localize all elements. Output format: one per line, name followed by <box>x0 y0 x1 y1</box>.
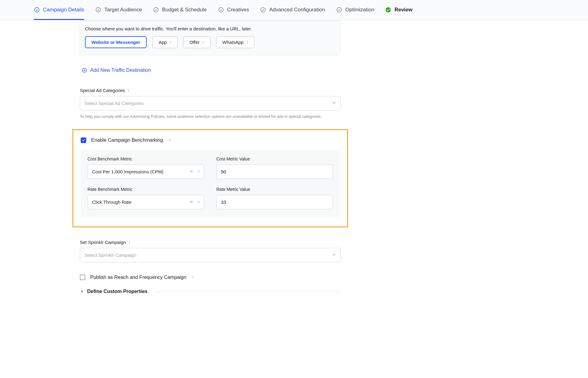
label-text: Special Ad Categories <box>80 88 125 93</box>
chevron-down-icon[interactable] <box>197 169 201 174</box>
cost-value-input[interactable] <box>221 169 328 174</box>
enable-benchmark-label: Enable Campaign Benchmarking <box>91 137 163 143</box>
cost-metric-value: Cost Per 1,000 Impressions (CPM) <box>92 169 164 174</box>
chevron-down-icon[interactable] <box>197 199 201 205</box>
select-placeholder: Select Special Ad Categories <box>84 101 144 106</box>
checkbox-unchecked-icon <box>80 275 85 280</box>
cost-value-label: Cost Metric Value <box>216 156 333 161</box>
svg-point-5 <box>337 8 341 12</box>
check-circle-icon <box>153 7 159 13</box>
rate-metric-field: Rate Benchmark Metric Click Through Rate <box>87 187 204 209</box>
chevron-right-icon <box>80 289 84 294</box>
traffic-prompt: Choose where you want to drive traffic. … <box>85 26 335 31</box>
tab-label: Advanced Configuration <box>269 7 325 13</box>
benchmark-panel: Cost Benchmark Metric Cost Per 1,000 Imp… <box>81 150 340 217</box>
chip-label: WhatsApp <box>222 40 244 45</box>
info-icon: i <box>129 240 130 245</box>
define-custom-properties-label: Define Custom Properties <box>87 289 147 294</box>
tab-label: Optimization <box>345 7 374 13</box>
special-ad-label: Special Ad Categories i <box>80 88 341 93</box>
svg-point-4 <box>261 8 265 12</box>
chip-label: Offer <box>190 40 200 45</box>
check-circle-icon <box>218 7 224 13</box>
add-link-label: Add New Traffic Destination <box>90 68 151 73</box>
svg-point-3 <box>219 8 223 12</box>
tab-creatives[interactable]: Creatives <box>218 0 249 20</box>
check-circle-icon <box>336 7 342 13</box>
traffic-option-website-messenger[interactable]: Website or Messenger <box>85 36 147 48</box>
info-icon: i <box>192 275 194 280</box>
traffic-option-whatsapp[interactable]: WhatsApp i <box>216 36 254 48</box>
check-circle-icon <box>260 7 266 13</box>
sprinklr-campaign-select[interactable]: Select Sprinklr Campaign <box>80 248 341 262</box>
cost-metric-label: Cost Benchmark Metric <box>87 156 204 161</box>
clear-icon[interactable] <box>189 169 194 174</box>
cost-value-input-wrap <box>216 164 333 179</box>
svg-point-0 <box>35 8 39 12</box>
check-circle-icon <box>34 7 40 13</box>
tab-budget-schedule[interactable]: Budget & Schedule <box>153 0 207 20</box>
tab-label: Review <box>394 7 412 13</box>
select-placeholder: Select Sprinklr Campaign <box>84 253 136 258</box>
tab-label: Target Audience <box>104 7 142 13</box>
tab-optimization[interactable]: Optimization <box>336 0 374 20</box>
special-ad-select[interactable]: Select Special Ad Categories <box>80 96 341 110</box>
info-icon: i <box>128 88 130 93</box>
clear-icon[interactable] <box>189 199 194 205</box>
checkbox-checked-icon <box>81 137 86 143</box>
info-icon: i <box>203 40 204 45</box>
svg-point-2 <box>154 8 158 12</box>
divider <box>156 291 341 292</box>
rate-metric-select[interactable]: Click Through Rate <box>87 195 204 209</box>
traffic-destination-card: Choose where you want to drive traffic. … <box>80 20 341 55</box>
rate-value-input[interactable] <box>221 199 328 205</box>
tab-target-audience[interactable]: Target Audience <box>95 0 142 20</box>
tab-advanced-config[interactable]: Advanced Configuration <box>260 0 325 20</box>
tab-label: Budget & Schedule <box>162 7 207 13</box>
enable-benchmark-checkbox[interactable]: Enable Campaign Benchmarking i <box>81 137 340 143</box>
special-ad-helper: To help you comply with our Advertising … <box>80 114 341 119</box>
chip-label: Website or Messenger <box>91 40 140 45</box>
chevron-down-icon <box>332 253 336 258</box>
sprinklr-campaign-label: Set Sprinklr Campaign i <box>80 240 341 245</box>
label-text: Set Sprinklr Campaign <box>80 240 126 245</box>
rate-metric-value: Click Through Rate <box>92 199 131 205</box>
reach-freq-checkbox[interactable]: Publish as Reach and Frequency Campaign … <box>80 275 341 280</box>
info-icon: i <box>170 40 171 45</box>
rate-value-label: Rate Metric Value <box>216 187 333 192</box>
chip-label: App <box>159 40 167 45</box>
chevron-down-icon <box>332 101 336 106</box>
tab-review[interactable]: Review <box>385 0 412 20</box>
rate-value-field: Rate Metric Value <box>216 187 333 209</box>
rate-metric-label: Rate Benchmark Metric <box>87 187 204 192</box>
tab-label: Creatives <box>227 7 249 13</box>
wizard-tabs: Campaign Details Target Audience Budget … <box>0 0 588 20</box>
tab-label: Campaign Details <box>43 7 84 13</box>
check-circle-icon <box>95 7 101 13</box>
plus-circle-icon <box>82 68 87 73</box>
check-circle-solid-icon <box>385 7 391 13</box>
cost-value-field: Cost Metric Value <box>216 156 333 179</box>
svg-point-6 <box>386 7 391 13</box>
benchmark-highlight: Enable Campaign Benchmarking i Cost Benc… <box>72 129 348 227</box>
traffic-option-offer[interactable]: Offer i <box>183 36 211 48</box>
rate-value-input-wrap <box>216 195 333 209</box>
add-traffic-destination-link[interactable]: Add New Traffic Destination <box>82 68 341 73</box>
cost-metric-select[interactable]: Cost Per 1,000 Impressions (CPM) <box>87 164 204 179</box>
traffic-options: Website or Messenger App i Offer i Whats… <box>85 36 335 48</box>
define-custom-properties-row[interactable]: Define Custom Properties <box>80 289 341 294</box>
reach-freq-label: Publish as Reach and Frequency Campaign <box>90 275 186 280</box>
info-icon: i <box>247 40 248 45</box>
traffic-option-app[interactable]: App i <box>152 36 178 48</box>
cost-metric-field: Cost Benchmark Metric Cost Per 1,000 Imp… <box>87 156 204 179</box>
svg-point-1 <box>96 8 101 12</box>
info-icon: i <box>169 138 170 143</box>
tab-campaign-details[interactable]: Campaign Details <box>34 0 84 20</box>
